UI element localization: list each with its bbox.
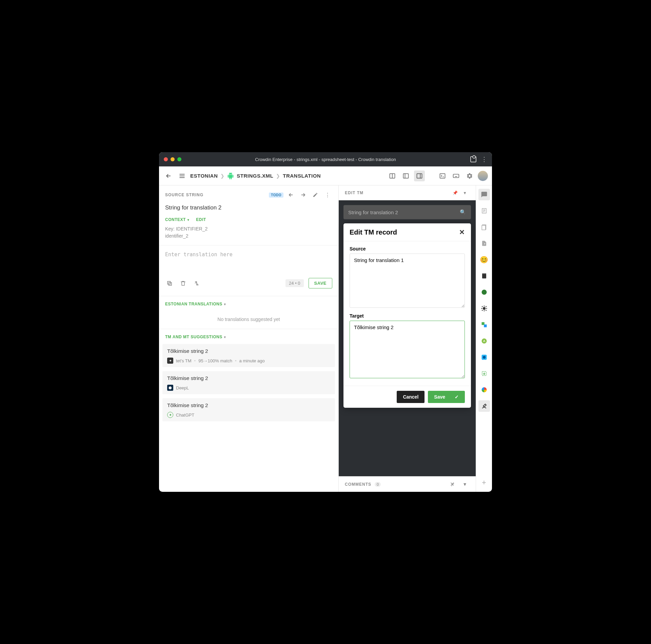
context-dropdown[interactable]: CONTEXT▼ xyxy=(165,217,190,222)
edit-tm-modal: Edit TM record ✕ Source Target Cancel Sa… xyxy=(343,223,471,408)
translate-tab-icon[interactable] xyxy=(478,319,490,330)
key-info: Key: IDENTIFIER_2 identifier_2 xyxy=(159,225,338,245)
translation-input[interactable] xyxy=(165,251,332,275)
save-translation-button[interactable]: SAVE xyxy=(309,278,332,288)
deepl-icon: ⬢ xyxy=(167,385,173,391)
edit-context-button[interactable]: EDIT xyxy=(196,217,206,222)
breadcrumb-file[interactable]: STRINGS.XML xyxy=(237,173,273,179)
qa-tab-icon[interactable]: A xyxy=(478,335,490,347)
toolbar: ESTONIAN ❯ STRINGS.XML ❯ TRANSLATION xyxy=(159,166,492,185)
preview-tab-icon[interactable] xyxy=(478,351,490,363)
window-title: Crowdin Enterprise - strings.xml - sprea… xyxy=(159,157,492,162)
avatar[interactable] xyxy=(478,171,488,181)
delete-icon[interactable] xyxy=(179,279,188,288)
svg-point-12 xyxy=(482,307,485,310)
crowdin-tab-icon[interactable] xyxy=(478,286,490,298)
right-panel: EDIT TM 📌 ▾ String for translation 2 🔍 E… xyxy=(339,185,476,492)
layout-2-icon[interactable] xyxy=(400,170,411,181)
suggestion-item[interactable]: Tõlkimise string 2 ✦ tet's TM • 95→100% … xyxy=(162,344,335,367)
app-window: Crowdin Enterprise - strings.xml - sprea… xyxy=(159,152,492,492)
extensions-icon[interactable] xyxy=(470,156,476,162)
more-icon[interactable]: ⋮ xyxy=(323,190,332,200)
comments-header: COMMENTS xyxy=(345,482,371,487)
tm-target-input[interactable] xyxy=(350,321,465,378)
draw-tab-icon[interactable] xyxy=(478,400,490,412)
svg-rect-14 xyxy=(484,324,487,327)
save-button[interactable]: Save✓ xyxy=(428,391,465,403)
transform-icon[interactable] xyxy=(192,279,201,288)
chatgpt-icon: ✦ xyxy=(167,412,173,418)
keyboard-icon[interactable] xyxy=(451,170,461,181)
layout-1-icon[interactable] xyxy=(387,170,398,181)
edit-tm-header: EDIT TM xyxy=(345,190,363,195)
svg-text:A: A xyxy=(483,339,485,343)
check-icon: ✓ xyxy=(455,394,459,400)
close-icon[interactable]: ✕ xyxy=(459,228,465,236)
color-tab-icon[interactable] xyxy=(478,384,490,396)
svg-rect-2 xyxy=(417,174,422,178)
gear-tab-icon[interactable] xyxy=(478,303,490,314)
chevron-right-icon: ❯ xyxy=(220,173,224,179)
back-button[interactable] xyxy=(163,170,174,181)
import-tab-icon[interactable] xyxy=(478,368,490,379)
emoji-tab-icon[interactable]: 😊 xyxy=(478,254,490,265)
prev-string-button[interactable] xyxy=(286,190,296,200)
target-label: Target xyxy=(350,313,465,319)
copy-source-icon[interactable] xyxy=(165,279,174,288)
settings-icon[interactable] xyxy=(464,170,475,181)
titlebar: Crowdin Enterprise - strings.xml - sprea… xyxy=(159,152,492,166)
layout-3-icon[interactable] xyxy=(414,170,425,181)
svg-rect-10 xyxy=(482,274,486,274)
left-panel: SOURCE STRING TODO ⋮ String for translat… xyxy=(159,185,339,492)
chevron-down-icon[interactable]: ▾ xyxy=(460,188,470,198)
translations-section-header[interactable]: ESTONIAN TRANSLATIONS▼ xyxy=(159,296,338,310)
glossary-tab-icon[interactable] xyxy=(478,221,490,233)
todo-badge: TODO xyxy=(269,193,283,198)
add-tab-icon[interactable]: + xyxy=(478,477,490,488)
cancel-button[interactable]: Cancel xyxy=(397,391,425,403)
tm-icon: ✦ xyxy=(167,358,173,364)
modal-title: Edit TM record xyxy=(350,228,397,236)
clear-icon[interactable]: ✕̷ xyxy=(447,480,457,489)
suggestions-section-header[interactable]: TM AND MT SUGGESTIONS▼ xyxy=(159,329,338,343)
source-label: Source xyxy=(350,246,465,251)
source-text: String for translation 2 xyxy=(159,202,338,216)
comments-count: 0 xyxy=(375,482,381,487)
chevron-right-icon: ❯ xyxy=(276,173,280,179)
search-icon: 🔍 xyxy=(460,209,466,215)
right-sidebar: 😊 A + xyxy=(476,185,492,492)
chevron-down-icon[interactable]: ▾ xyxy=(460,480,470,489)
svg-rect-9 xyxy=(482,225,486,230)
menu-icon[interactable] xyxy=(177,170,188,181)
breadcrumb-lang[interactable]: ESTONIAN xyxy=(190,173,218,179)
pin-icon[interactable]: 📌 xyxy=(451,188,460,198)
no-translations-message: No translations suggested yet xyxy=(159,310,338,329)
next-string-button[interactable] xyxy=(298,190,308,200)
browser-menu-icon[interactable]: ⋮ xyxy=(481,156,487,163)
tm-search-input[interactable]: String for translation 2 🔍 xyxy=(343,205,471,219)
breadcrumb-section[interactable]: TRANSLATION xyxy=(283,173,321,179)
svg-point-18 xyxy=(482,356,485,359)
suggestion-item[interactable]: Tõlkimise string 2 ⬢ DeepL xyxy=(162,371,335,394)
svg-rect-3 xyxy=(440,174,445,178)
terminal-icon[interactable] xyxy=(437,170,448,181)
char-count: 24 • 0 xyxy=(285,279,303,287)
svg-rect-4 xyxy=(453,174,459,178)
tm-source-input[interactable] xyxy=(350,254,465,308)
suggestion-item[interactable]: Tõlkimise string 2 ✦ ChatGPT xyxy=(162,398,335,421)
book-tab-icon[interactable] xyxy=(478,270,490,282)
android-icon xyxy=(227,173,234,179)
file-tab-icon[interactable] xyxy=(478,238,490,249)
comments-tab-icon[interactable] xyxy=(478,189,490,200)
edit-icon[interactable] xyxy=(311,190,320,200)
page-tab-icon[interactable] xyxy=(478,205,490,217)
svg-point-11 xyxy=(481,290,487,295)
source-string-header: SOURCE STRING xyxy=(165,193,203,197)
svg-rect-1 xyxy=(403,174,409,178)
